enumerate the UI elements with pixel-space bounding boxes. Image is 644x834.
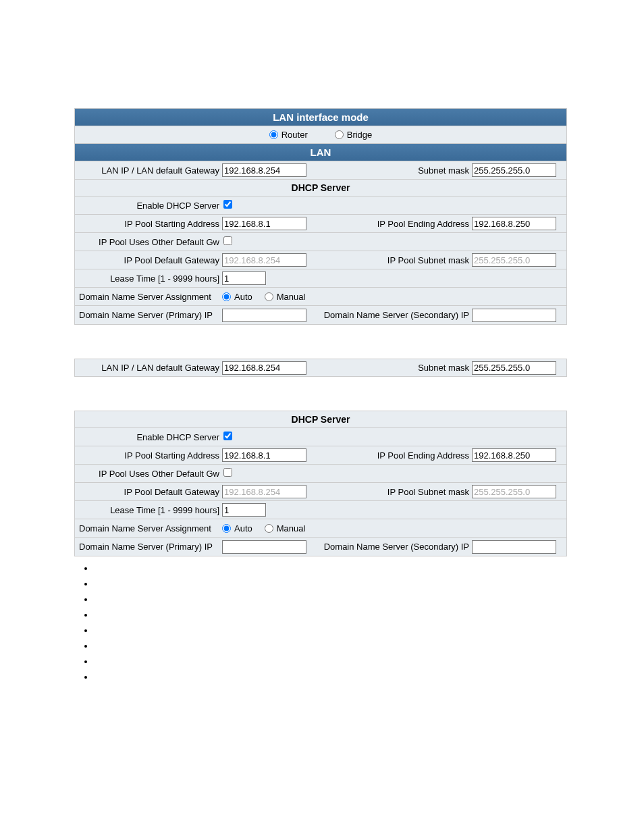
lan-config-panel: LAN interface mode Router Bridge LAN LAN… xyxy=(74,108,567,325)
ip-pool-range-row: IP Pool Starting Address IP Pool Ending … xyxy=(75,215,566,233)
lease-time-label-2: Lease Time [1 - 9999 hours] xyxy=(75,505,222,515)
lan-header: LAN xyxy=(75,144,566,161)
dns-manual-text: Manual xyxy=(277,292,306,302)
list-item xyxy=(95,610,570,625)
pool-end-input-2[interactable] xyxy=(472,448,556,462)
dns-assign-row-2: Domain Name Server Assignment Auto Manua… xyxy=(75,519,566,538)
dns-secondary-label-2: Domain Name Server (Secondary) IP xyxy=(317,542,472,552)
lan-ip-label-2: LAN IP / LAN default Gateway xyxy=(75,363,222,373)
pool-subnet-label: IP Pool Subnet mask xyxy=(317,255,472,265)
subnet-input[interactable] xyxy=(472,163,556,177)
lan-ip-row: LAN IP / LAN default Gateway Subnet mask xyxy=(75,161,566,180)
bridge-radio-label[interactable]: Bridge xyxy=(335,130,373,140)
ip-pool-range-row-2: IP Pool Starting Address IP Pool Ending … xyxy=(75,446,566,465)
dns-auto-text: Auto xyxy=(234,292,252,302)
bullet-list xyxy=(95,563,570,687)
pool-end-label: IP Pool Ending Address xyxy=(317,219,472,229)
pool-gw-row: IP Pool Default Gateway IP Pool Subnet m… xyxy=(75,251,566,269)
pool-gw-input[interactable] xyxy=(222,253,306,267)
dns-primary-input-2[interactable] xyxy=(222,540,306,554)
dns-assign-label-2: Domain Name Server Assignment xyxy=(78,523,222,533)
bridge-radio[interactable] xyxy=(335,130,344,139)
pool-end-input[interactable] xyxy=(472,217,556,230)
pool-end-label-2: IP Pool Ending Address xyxy=(317,450,472,461)
pool-gw-label: IP Pool Default Gateway xyxy=(75,255,222,265)
list-item xyxy=(95,641,570,656)
router-radio[interactable] xyxy=(269,130,278,139)
lan-ip-label: LAN IP / LAN default Gateway xyxy=(75,165,222,176)
dns-manual-radio-2[interactable] xyxy=(265,524,273,533)
dns-auto-radio[interactable] xyxy=(222,292,231,301)
subnet-input-2[interactable] xyxy=(472,361,556,375)
pool-gw-input-2[interactable] xyxy=(222,485,306,498)
dns-assign-label: Domain Name Server Assignment xyxy=(78,292,222,302)
lease-time-row-2: Lease Time [1 - 9999 hours] xyxy=(75,501,566,519)
dns-assign-row: Domain Name Server Assignment Auto Manua… xyxy=(75,288,566,306)
pool-gw-label-2: IP Pool Default Gateway xyxy=(75,487,222,497)
lan-interface-mode-header: LAN interface mode xyxy=(75,109,566,126)
uses-other-gw-checkbox[interactable] xyxy=(223,236,232,245)
dns-secondary-label: Domain Name Server (Secondary) IP xyxy=(317,310,472,320)
dhcp-header-2: DHCP Server xyxy=(75,411,566,428)
lease-time-input[interactable] xyxy=(222,271,266,285)
pool-gw-row-2: IP Pool Default Gateway IP Pool Subnet m… xyxy=(75,483,566,501)
enable-dhcp-checkbox-2[interactable] xyxy=(223,432,232,440)
subnet-label-2: Subnet mask xyxy=(317,363,472,373)
enable-dhcp-label-2: Enable DHCP Server xyxy=(75,432,222,442)
pool-start-label: IP Pool Starting Address xyxy=(75,219,222,229)
uses-other-gw-checkbox-2[interactable] xyxy=(223,468,232,477)
uses-other-gw-row-2: IP Pool Uses Other Default Gw xyxy=(75,465,566,483)
router-radio-text: Router xyxy=(281,130,308,140)
pool-subnet-label-2: IP Pool Subnet mask xyxy=(317,487,472,497)
dns-auto-radio-2[interactable] xyxy=(222,524,231,533)
enable-dhcp-label: Enable DHCP Server xyxy=(75,201,222,211)
pool-start-input[interactable] xyxy=(222,217,306,230)
lan-ip-input[interactable] xyxy=(222,163,306,177)
subnet-label: Subnet mask xyxy=(317,165,472,176)
dns-secondary-input[interactable] xyxy=(472,309,556,322)
dns-ip-row: Domain Name Server (Primary) IP Domain N… xyxy=(75,306,566,324)
dns-manual-text-2: Manual xyxy=(277,523,306,533)
lease-time-label: Lease Time [1 - 9999 hours] xyxy=(75,273,222,284)
uses-other-gw-row: IP Pool Uses Other Default Gw xyxy=(75,233,566,251)
interface-mode-row: Router Bridge xyxy=(75,126,566,144)
lan-ip-input-2[interactable] xyxy=(222,361,306,375)
dhcp-header: DHCP Server xyxy=(75,180,566,197)
dns-ip-row-2: Domain Name Server (Primary) IP Domain N… xyxy=(75,538,566,556)
list-item xyxy=(95,656,570,672)
list-item xyxy=(95,672,570,687)
lease-time-input-2[interactable] xyxy=(222,503,266,517)
dns-primary-label: Domain Name Server (Primary) IP xyxy=(78,310,222,320)
dns-primary-label-2: Domain Name Server (Primary) IP xyxy=(78,542,222,552)
enable-dhcp-row: Enable DHCP Server xyxy=(75,197,566,215)
dns-manual-radio[interactable] xyxy=(265,292,273,301)
uses-other-gw-label: IP Pool Uses Other Default Gw xyxy=(75,237,222,247)
dns-auto-text-2: Auto xyxy=(234,523,252,533)
uses-other-gw-label-2: IP Pool Uses Other Default Gw xyxy=(75,469,222,479)
pool-start-input-2[interactable] xyxy=(222,448,306,462)
pool-subnet-input-2[interactable] xyxy=(472,485,556,498)
dns-auto-radio-label-2[interactable]: Auto xyxy=(222,523,252,533)
bridge-radio-text: Bridge xyxy=(347,130,373,140)
pool-start-label-2: IP Pool Starting Address xyxy=(75,450,222,461)
pool-subnet-input[interactable] xyxy=(472,253,556,267)
dhcp-panel-standalone: DHCP Server Enable DHCP Server IP Pool S… xyxy=(74,411,567,556)
lease-time-row: Lease Time [1 - 9999 hours] xyxy=(75,269,566,288)
enable-dhcp-row-2: Enable DHCP Server xyxy=(75,428,566,446)
dns-manual-radio-label[interactable]: Manual xyxy=(265,292,306,302)
list-item xyxy=(95,625,570,641)
dns-auto-radio-label[interactable]: Auto xyxy=(222,292,252,302)
list-item xyxy=(95,563,570,579)
list-item xyxy=(95,594,570,610)
dns-primary-input[interactable] xyxy=(222,309,306,322)
dns-manual-radio-label-2[interactable]: Manual xyxy=(265,523,306,533)
list-item xyxy=(95,579,570,594)
router-radio-label[interactable]: Router xyxy=(269,130,308,140)
dns-secondary-input-2[interactable] xyxy=(472,540,556,554)
lan-ip-snippet-row: LAN IP / LAN default Gateway Subnet mask xyxy=(74,359,567,377)
enable-dhcp-checkbox[interactable] xyxy=(223,200,232,209)
